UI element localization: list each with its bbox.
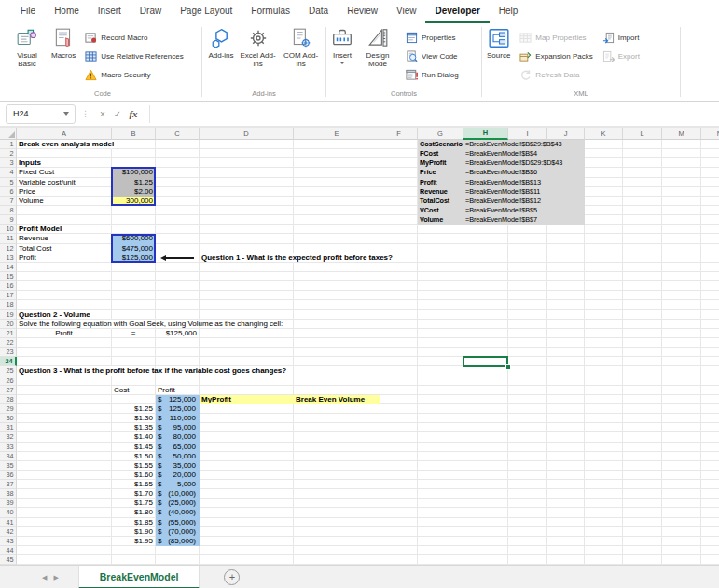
col-header-A[interactable]: A [17,128,112,140]
cell-K21[interactable] [585,329,623,338]
cell-J32[interactable] [547,432,585,442]
cell-I15[interactable] [508,272,547,281]
cell-L11[interactable] [623,234,662,243]
cell-D16[interactable] [200,281,294,291]
tab-developer[interactable]: Developer [425,0,489,23]
cell-H18[interactable] [463,300,508,309]
cell-L8[interactable] [623,206,662,215]
cell-L41[interactable] [623,518,662,527]
cell-H12[interactable] [463,244,508,253]
cell-I42[interactable] [508,527,547,537]
cell-E30[interactable] [294,414,380,423]
cell-K12[interactable] [585,244,623,253]
cell-I29[interactable] [508,404,547,414]
cell-J21[interactable] [547,329,585,338]
cell-M12[interactable] [662,244,701,253]
cell-B7[interactable]: 300,000 [112,197,156,206]
cell-J33[interactable] [547,443,585,452]
row-header-34[interactable]: 34 [0,452,17,461]
cell-D23[interactable] [200,348,294,357]
cell-F33[interactable] [380,443,418,452]
cell-N23[interactable] [701,348,719,357]
cell-E12[interactable] [294,244,380,253]
row-header-22[interactable]: 22 [0,338,17,348]
cancel-button[interactable]: × [95,109,110,119]
cell-B41[interactable]: $1.85 [112,518,156,527]
cell-H11[interactable] [463,234,508,243]
cell-D6[interactable] [200,187,294,197]
cell-F7[interactable] [380,197,418,206]
cell-J6[interactable] [547,187,585,197]
cell-H35[interactable] [463,461,508,471]
cell-E10[interactable] [294,225,380,234]
cell-H42[interactable] [463,527,508,537]
cell-L20[interactable] [623,320,662,329]
cell-B10[interactable] [112,225,156,234]
cell-E42[interactable] [294,527,380,537]
cell-H34[interactable] [463,452,508,461]
cell-F44[interactable] [380,546,418,555]
cell-B6[interactable]: $2.00 [112,187,156,197]
cell-B19[interactable] [112,310,156,320]
cell-H1[interactable]: =BreakEvenModel!$B$29:$B$43 [463,140,508,149]
cell-K23[interactable] [585,348,623,357]
cell-H37[interactable] [463,480,508,489]
row-header-37[interactable]: 37 [0,480,17,489]
cell-N18[interactable] [701,300,719,309]
cell-A17[interactable] [17,291,112,300]
cell-B45[interactable] [112,555,156,565]
cell-E18[interactable] [294,300,380,309]
row-header-24[interactable]: 24 [0,357,17,366]
cell-E37[interactable] [294,480,380,489]
cell-I34[interactable] [508,452,547,461]
cell-M10[interactable] [662,225,701,234]
cell-M13[interactable] [662,253,701,263]
row-header-27[interactable]: 27 [0,386,17,395]
cell-N4[interactable] [701,168,719,177]
cell-F21[interactable] [380,329,418,338]
cell-E11[interactable] [294,234,380,243]
cell-L36[interactable] [623,471,662,480]
row-header-36[interactable]: 36 [0,471,17,480]
cell-H8[interactable]: =BreakEvenModel!$B$5 [463,206,508,215]
cell-D37[interactable] [200,480,294,489]
cell-I38[interactable] [508,489,547,499]
cell-N22[interactable] [701,338,719,348]
cell-F12[interactable] [380,244,418,253]
cell-K22[interactable] [585,338,623,348]
cell-L17[interactable] [623,291,662,300]
cell-B8[interactable] [112,206,156,215]
cell-B32[interactable]: $1.40 [112,432,156,442]
cell-F5[interactable] [380,178,418,187]
cell-F20[interactable] [380,320,418,329]
cell-L32[interactable] [623,432,662,442]
cell-C5[interactable] [156,178,200,187]
cell-G34[interactable] [418,452,463,461]
cell-M21[interactable] [662,329,701,338]
col-header-M[interactable]: M [662,128,701,140]
cell-I10[interactable] [508,225,547,234]
source-button[interactable]: Source [484,25,513,62]
visual-basic-button[interactable]: Visual Basic [6,25,48,70]
cell-H5[interactable]: =BreakEvenModel!$B$13 [463,178,508,187]
cell-J30[interactable] [547,414,585,423]
cell-A1[interactable]: Break even analysis model [17,140,112,149]
cell-B15[interactable] [112,272,156,281]
cell-N34[interactable] [701,452,719,461]
col-header-I[interactable]: I [508,128,547,140]
formula-input[interactable] [149,105,715,123]
cell-M8[interactable] [662,206,701,215]
row-header-41[interactable]: 41 [0,518,17,527]
row-header-1[interactable]: 1 [0,140,17,149]
cell-I12[interactable] [508,244,547,253]
cell-G32[interactable] [418,432,463,442]
cell-A10[interactable]: Profit Model [17,225,112,234]
cell-L6[interactable] [623,187,662,197]
cell-G14[interactable] [418,263,463,272]
cell-A15[interactable] [17,272,112,281]
cell-F23[interactable] [380,348,418,357]
row-header-32[interactable]: 32 [0,432,17,442]
cell-E15[interactable] [294,272,380,281]
cell-A32[interactable] [17,432,112,442]
cell-H23[interactable] [463,348,508,357]
